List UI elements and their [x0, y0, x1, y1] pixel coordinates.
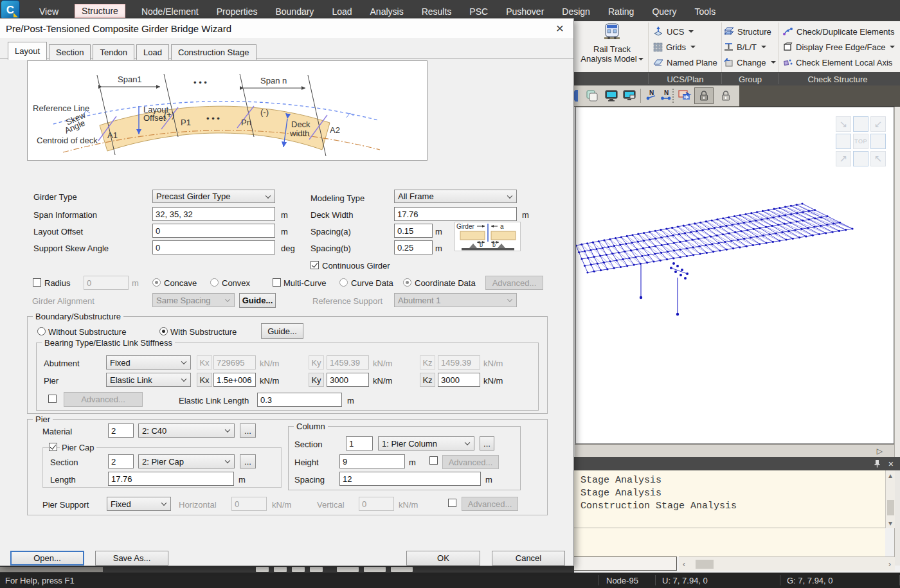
support-skew-input[interactable]: 0: [152, 240, 275, 254]
menu-design[interactable]: Design: [560, 5, 592, 18]
view-corner-icon[interactable]: ↙: [870, 116, 886, 132]
height-advanced-button[interactable]: Advanced...: [442, 455, 499, 469]
scrollbar-thumb[interactable]: [0, 567, 103, 572]
reference-support-select[interactable]: Abutment 1: [394, 293, 517, 307]
view-corner-icon[interactable]: ↘: [836, 116, 851, 132]
pier-cap-section-number-input[interactable]: 2: [108, 454, 134, 468]
multi-curve-checkbox[interactable]: [273, 278, 281, 287]
modeling-type-select[interactable]: All Frame: [394, 190, 517, 203]
elastic-link-length-input[interactable]: 0.3: [257, 393, 342, 407]
pier-ky-input[interactable]: 3000: [327, 373, 369, 387]
menu-pushover[interactable]: Pushover: [504, 5, 546, 18]
continuous-girder-checkbox[interactable]: [310, 261, 319, 269]
scroll-right-icon[interactable]: ›: [888, 560, 891, 568]
horizontal-input[interactable]: 0: [231, 497, 267, 511]
radius-checkbox[interactable]: [33, 278, 41, 287]
lock-icon[interactable]: [716, 87, 735, 104]
pier-type-select[interactable]: Elastic Link: [106, 373, 191, 387]
menu-properties[interactable]: Properties: [215, 5, 260, 18]
ucs-button[interactable]: UCS: [653, 24, 694, 39]
height-advanced-checkbox[interactable]: [429, 456, 438, 465]
layout-offset-input[interactable]: 0: [152, 224, 275, 238]
pier-kz-input[interactable]: 3000: [438, 373, 480, 387]
window-right-scrollbar[interactable]: [894, 107, 900, 566]
deck-width-input[interactable]: 17.76: [394, 207, 517, 221]
span-information-input[interactable]: 32, 35, 32: [152, 207, 275, 221]
menu-node-element[interactable]: Node/Element: [140, 5, 201, 18]
menu-results[interactable]: Results: [420, 5, 454, 18]
girder-alignment-select[interactable]: Same Spacing: [152, 293, 235, 307]
open-button[interactable]: Open...: [10, 551, 84, 566]
group-blt-button[interactable]: B/L/T: [724, 40, 766, 54]
pier-support-advanced-button[interactable]: Advanced...: [462, 497, 518, 511]
view-edge-icon[interactable]: [853, 116, 869, 132]
view-orientation-control[interactable]: ↘ ↙ TOP ↗ ↖: [836, 116, 886, 166]
model-viewport[interactable]: ↘ ↙ TOP ↗ ↖: [575, 107, 894, 444]
mdi-tab[interactable]: [292, 567, 305, 572]
message-input-strip[interactable]: [574, 528, 885, 557]
material-number-input[interactable]: 2: [108, 423, 134, 438]
view-corner-icon[interactable]: ↗: [836, 151, 851, 166]
dialog-titlebar[interactable]: Pre/Post-Tensioned Composite Girder Brid…: [0, 19, 573, 38]
dialog-close-icon[interactable]: ×: [552, 20, 568, 37]
menu-analysis[interactable]: Analysis: [368, 5, 406, 18]
alignment-guide-button[interactable]: Guide...: [239, 293, 276, 308]
radius-input[interactable]: 0: [84, 276, 129, 290]
view-corner-icon[interactable]: ↖: [870, 151, 886, 166]
pier-support-select[interactable]: Fixed: [107, 497, 171, 511]
scrollbar-thumb[interactable]: [887, 500, 894, 515]
cancel-button[interactable]: Cancel: [492, 551, 565, 566]
display-option-window-icon[interactable]: [621, 87, 638, 104]
radius-advanced-button[interactable]: Advanced...: [485, 276, 543, 290]
display-settings-icon[interactable]: [676, 87, 693, 104]
column-section-select[interactable]: 1: Pier Column: [378, 436, 474, 450]
pier-cap-section-select[interactable]: 2: Pier Cap: [138, 454, 235, 468]
menu-structure[interactable]: Structure: [75, 4, 125, 18]
tab-tendon[interactable]: Tendon: [93, 44, 134, 60]
substructure-guide-button[interactable]: Guide...: [261, 323, 303, 339]
pier-cap-length-input[interactable]: 17.76: [108, 472, 234, 486]
view-top-label[interactable]: TOP: [853, 134, 869, 149]
pier-support-advanced-checkbox[interactable]: [448, 499, 456, 507]
pin-icon[interactable]: [874, 459, 881, 468]
output-horizontal-scrollbar[interactable]: ‹ ›: [679, 557, 895, 571]
abutment-type-select[interactable]: Fixed: [106, 355, 191, 370]
tab-section[interactable]: Section: [49, 44, 91, 60]
without-substructure-radio[interactable]: [37, 327, 46, 335]
save-as-button[interactable]: Save As...: [95, 551, 168, 566]
midas-app-icon[interactable]: C: [1, 1, 19, 19]
menu-rating[interactable]: Rating: [606, 5, 636, 18]
menu-psc[interactable]: PSC: [467, 5, 490, 18]
rail-track-analysis-model-button[interactable]: Rail Track Analysis Model: [577, 22, 647, 71]
scroll-down-icon[interactable]: ▾: [886, 519, 895, 527]
vertical-input[interactable]: 0: [359, 497, 394, 511]
toolbar-grip[interactable]: [672, 89, 674, 103]
check-duplicate-elements-button[interactable]: Check/Duplicate Elements: [783, 24, 894, 39]
close-panel-icon[interactable]: ×: [888, 459, 894, 468]
tab-load[interactable]: Load: [136, 44, 169, 60]
abutment-kz-input[interactable]: 1459.39: [438, 355, 480, 370]
view-edge-icon[interactable]: [870, 134, 886, 149]
concave-radio[interactable]: [152, 278, 161, 287]
bearing-advanced-button[interactable]: Advanced...: [64, 392, 143, 407]
output-vertical-scrollbar[interactable]: ▴ ▾: [885, 470, 895, 528]
column-spacing-input[interactable]: 12: [339, 472, 481, 486]
curve-data-radio[interactable]: [339, 278, 348, 287]
check-element-local-axis-button[interactable]: Check Element Local Axis: [783, 55, 892, 69]
spacing-b-input[interactable]: 0.25: [394, 240, 433, 254]
menu-tools[interactable]: Tools: [693, 5, 718, 18]
material-browse-button[interactable]: ...: [240, 423, 256, 438]
message-output-pane[interactable]: Stage Analysis Stage Analysis Constructi…: [574, 470, 885, 528]
with-substructure-radio[interactable]: [159, 327, 168, 335]
abutment-kx-input[interactable]: 729695: [213, 355, 256, 370]
tab-layout[interactable]: Layout: [8, 42, 47, 60]
girder-type-select[interactable]: Precast Girder Type: [152, 190, 275, 203]
abutment-ky-input[interactable]: 1459.39: [327, 355, 369, 370]
grids-button[interactable]: Grids: [653, 40, 696, 54]
mdi-tab[interactable]: [310, 567, 323, 572]
pier-kx-input[interactable]: 1.5e+006: [213, 373, 256, 387]
mdi-tab[interactable]: [256, 567, 269, 572]
scroll-left-icon[interactable]: ‹: [683, 560, 685, 568]
material-select[interactable]: 2: C40: [138, 423, 235, 438]
height-input[interactable]: 9: [339, 454, 405, 468]
